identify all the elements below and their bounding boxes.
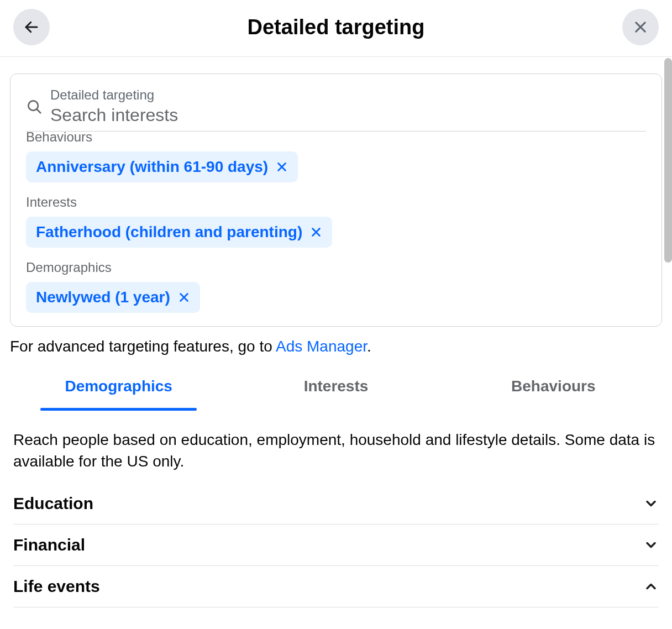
chip-label: Newlywed (1 year) bbox=[36, 289, 170, 306]
search-field-label: Detailed targeting bbox=[50, 87, 646, 103]
accordion: Education Financial Life events bbox=[13, 483, 659, 607]
targeting-chip[interactable]: Fatherhood (children and parenting) bbox=[26, 217, 332, 248]
close-button[interactable] bbox=[622, 9, 659, 45]
accordion-row-financial[interactable]: Financial bbox=[13, 525, 659, 566]
accordion-row-life-events[interactable]: Life events bbox=[13, 566, 659, 607]
chip-category-label: Behaviours bbox=[26, 129, 646, 145]
ads-manager-link[interactable]: Ads Manager bbox=[276, 338, 367, 355]
chevron-down-icon bbox=[643, 496, 659, 511]
scrollbar-thumb[interactable] bbox=[664, 58, 672, 263]
tab-behaviours[interactable]: Behaviours bbox=[445, 370, 662, 411]
chip-label: Anniversary (within 61-90 days) bbox=[36, 158, 268, 176]
accordion-title: Life events bbox=[13, 577, 100, 596]
tab-demographics[interactable]: Demographics bbox=[10, 370, 227, 411]
targeting-chip[interactable]: Newlywed (1 year) bbox=[26, 282, 200, 313]
chip-remove-icon[interactable] bbox=[310, 226, 322, 238]
chip-category-label: Demographics bbox=[26, 260, 646, 275]
advanced-prefix: For advanced targeting features, go to bbox=[10, 338, 276, 355]
modal-title: Detailed targeting bbox=[50, 15, 622, 39]
svg-line-4 bbox=[37, 109, 40, 113]
targeting-chip[interactable]: Anniversary (within 61-90 days) bbox=[26, 151, 298, 182]
tab-description: Reach people based on education, employm… bbox=[13, 429, 659, 472]
chip-remove-icon[interactable] bbox=[276, 161, 288, 173]
back-button[interactable] bbox=[13, 9, 50, 45]
chip-label: Fatherhood (children and parenting) bbox=[36, 223, 302, 241]
search-input[interactable] bbox=[50, 105, 646, 125]
search-row: Detailed targeting bbox=[26, 74, 646, 125]
advanced-targeting-note: For advanced targeting features, go to A… bbox=[10, 338, 662, 355]
arrow-left-icon bbox=[23, 19, 40, 35]
tab-interests[interactable]: Interests bbox=[227, 370, 444, 411]
chevron-up-icon bbox=[643, 579, 659, 594]
tab-bar: Demographics Interests Behaviours bbox=[10, 370, 662, 411]
accordion-row-education[interactable]: Education bbox=[13, 483, 659, 525]
targeting-card: Detailed targeting Behaviours Anniversar… bbox=[10, 74, 662, 327]
close-icon bbox=[633, 19, 648, 35]
chip-remove-icon[interactable] bbox=[178, 291, 190, 303]
advanced-suffix: . bbox=[367, 338, 371, 355]
accordion-title: Financial bbox=[13, 536, 85, 554]
chip-category-label: Interests bbox=[26, 195, 646, 210]
chevron-down-icon bbox=[643, 537, 659, 553]
modal-body: Detailed targeting Behaviours Anniversar… bbox=[0, 57, 672, 607]
accordion-title: Education bbox=[13, 494, 93, 513]
search-icon bbox=[26, 98, 43, 115]
modal-header: Detailed targeting bbox=[0, 0, 672, 57]
